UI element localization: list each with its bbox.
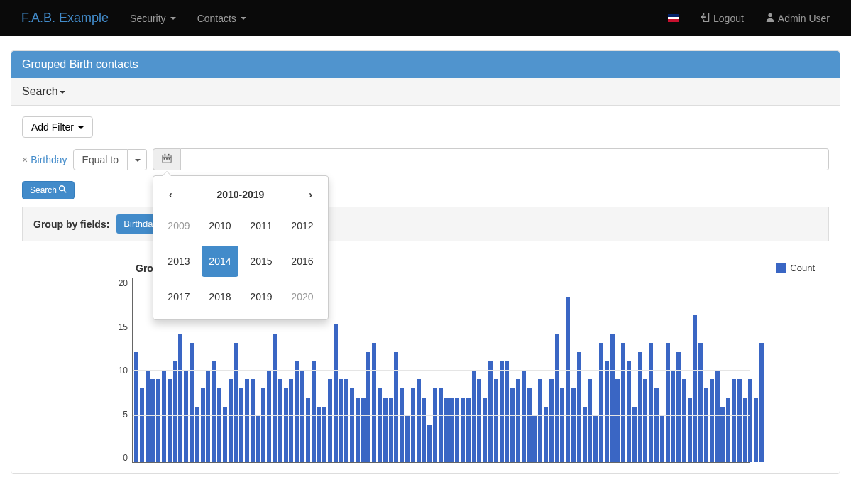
bar: [660, 416, 664, 462]
svg-rect-6: [166, 158, 168, 160]
bar: [278, 379, 282, 462]
datepicker-year-2015[interactable]: 2015: [243, 246, 280, 277]
bar: [383, 398, 388, 462]
bar: [267, 371, 271, 463]
filter-tag: ×Birthday: [22, 154, 67, 165]
panel-title: Grouped Birth contacts: [11, 51, 840, 78]
search-button-label: Search: [30, 185, 57, 195]
bar: [217, 388, 221, 462]
bar: [615, 379, 620, 462]
bar: [212, 361, 216, 462]
caret-icon: [135, 159, 141, 162]
add-filter-label: Add Filter: [31, 121, 74, 133]
datepicker-year-2013[interactable]: 2013: [160, 246, 197, 277]
caret-icon: [170, 17, 176, 20]
bar: [710, 379, 714, 462]
caret-icon: [241, 17, 246, 20]
navbar: F.A.B. Example Security Contacts Logout …: [0, 0, 851, 36]
bar: [649, 343, 653, 462]
bar: [588, 379, 592, 462]
bar: [245, 379, 249, 462]
operator-select[interactable]: Equal to: [73, 149, 128, 170]
datepicker-year-2009[interactable]: 2009: [160, 210, 197, 241]
datepicker-header: ‹ 2010-2019 ›: [160, 183, 321, 210]
group-by-label: Group by fields:: [33, 219, 109, 230]
ytick: 15: [119, 322, 128, 332]
datepicker-year-2012[interactable]: 2012: [284, 210, 321, 241]
datepicker-year-2017[interactable]: 2017: [160, 281, 197, 312]
bar: [178, 334, 182, 462]
nav-security-label: Security: [130, 13, 166, 24]
group-by-row: Group by fields: Birthday Month: [22, 207, 829, 241]
bar: [737, 379, 742, 462]
datepicker-year-2011[interactable]: 2011: [243, 210, 280, 241]
bar: [261, 388, 265, 462]
datepicker-year-2014[interactable]: 2014: [202, 246, 238, 277]
remove-filter-icon[interactable]: ×: [22, 154, 28, 165]
bar: [201, 388, 205, 462]
brand-link[interactable]: F.A.B. Example: [11, 0, 119, 36]
search-toggle[interactable]: Search: [11, 78, 840, 106]
date-input-group: ‹ 2010-2019 › 20092010201120122013201420…: [153, 148, 829, 170]
gridline: [133, 415, 750, 416]
bar: [698, 343, 703, 462]
bar: [422, 398, 426, 462]
date-input[interactable]: [181, 148, 829, 170]
operator-toggle[interactable]: [128, 149, 147, 170]
bar: [494, 379, 498, 462]
filter-tag-label: Birthday: [31, 154, 67, 165]
bar: [549, 379, 554, 462]
nav-security[interactable]: Security: [119, 2, 187, 35]
nav-contacts[interactable]: Contacts: [187, 2, 257, 35]
add-filter-button[interactable]: Add Filter: [22, 116, 93, 138]
nav-logout[interactable]: Logout: [690, 1, 754, 35]
svg-point-8: [60, 186, 65, 191]
nav-user[interactable]: Admin User: [754, 1, 840, 35]
legend-swatch: [776, 263, 786, 273]
bar: [759, 343, 764, 462]
nav-language[interactable]: [657, 4, 690, 33]
bar: [605, 361, 609, 462]
bar: [455, 398, 459, 462]
bar: [344, 379, 348, 462]
search-button[interactable]: Search: [22, 181, 75, 199]
calendar-icon: [162, 154, 172, 165]
bar: [505, 361, 509, 462]
navbar-right: Logout Admin User: [657, 1, 840, 35]
bar: [328, 379, 332, 462]
filter-row: ×Birthday Equal to: [22, 148, 829, 170]
svg-rect-3: [164, 154, 165, 156]
bar: [190, 343, 194, 462]
bar: [461, 398, 465, 462]
svg-rect-4: [168, 154, 170, 156]
nav-contacts-label: Contacts: [197, 13, 236, 24]
datepicker-range-label[interactable]: 2010-2019: [216, 189, 264, 200]
bar: [433, 388, 437, 462]
user-icon: [765, 12, 775, 24]
panel: Grouped Birth contacts Search Add Filter…: [11, 50, 840, 474]
datepicker-year-2010[interactable]: 2010: [202, 210, 238, 241]
datepicker-year-2019[interactable]: 2019: [243, 281, 280, 312]
datepicker-prev[interactable]: ‹: [163, 189, 178, 200]
bar: [715, 371, 720, 463]
datepicker-popup: ‹ 2010-2019 › 20092010201120122013201420…: [153, 175, 329, 320]
bar: [748, 379, 752, 462]
bar: [289, 379, 293, 462]
bar: [682, 379, 686, 462]
bar: [555, 334, 559, 462]
bar: [356, 398, 360, 462]
date-input-wrap: [153, 148, 829, 170]
bar: [146, 371, 150, 463]
operator-dropdown: Equal to: [73, 149, 147, 170]
bar: [339, 379, 343, 462]
calendar-addon[interactable]: [153, 148, 181, 170]
datepicker-next[interactable]: ›: [303, 189, 318, 200]
datepicker-year-2020[interactable]: 2020: [284, 281, 321, 312]
bar: [366, 352, 370, 462]
datepicker-year-2016[interactable]: 2016: [284, 246, 321, 277]
bar: [732, 379, 736, 462]
bar: [532, 416, 537, 462]
datepicker-year-2018[interactable]: 2018: [202, 281, 238, 312]
bar: [334, 324, 338, 462]
bar: [538, 379, 542, 462]
